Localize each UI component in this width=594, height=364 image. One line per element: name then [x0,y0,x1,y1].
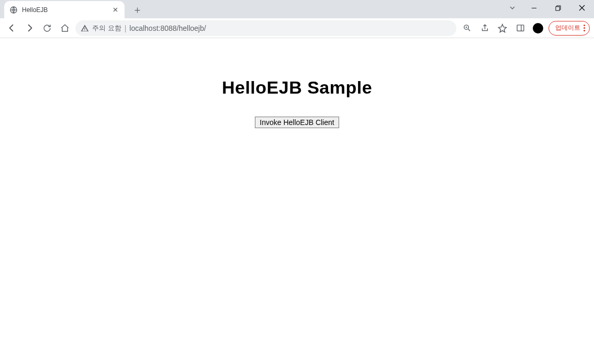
separator: | [125,24,127,32]
forward-button[interactable] [22,21,37,36]
security-label: 주의 요함 [92,24,121,33]
browser-tab[interactable]: HelloEJB [4,1,125,18]
page-heading: HelloEJB Sample [222,77,372,98]
browser-titlebar: HelloEJB [0,0,594,18]
minimize-button[interactable] [522,0,546,16]
menu-dots-icon [584,25,585,31]
bookmark-icon[interactable] [495,21,510,36]
zoom-icon[interactable] [459,21,474,36]
globe-icon [9,6,18,14]
update-label: 업데이트 [555,24,580,32]
warning-icon [81,24,89,32]
url-text: localhost:8088/helloejb/ [129,24,206,32]
new-tab-button[interactable] [130,3,144,17]
share-icon[interactable] [477,21,492,36]
svg-rect-1 [555,6,559,10]
tab-search-button[interactable] [503,0,522,16]
side-panel-icon[interactable] [513,21,528,36]
close-tab-button[interactable] [111,6,119,14]
profile-avatar[interactable] [531,21,545,36]
invoke-helloejb-button[interactable]: Invoke HelloEJB Client [255,117,339,128]
close-window-button[interactable] [570,0,594,16]
home-button[interactable] [58,21,72,36]
toolbar-right: 업데이트 [459,21,590,36]
update-button[interactable]: 업데이트 [548,21,590,36]
maximize-button[interactable] [546,0,570,16]
browser-toolbar: 주의 요함 | localhost:8088/helloejb/ [0,18,594,38]
window-controls [503,0,594,16]
tab-title: HelloEJB [22,6,107,14]
back-button[interactable] [4,21,19,36]
svg-rect-3 [517,25,524,31]
reload-button[interactable] [40,21,54,36]
address-bar[interactable]: 주의 요함 | localhost:8088/helloejb/ [75,20,456,36]
page-content: HelloEJB Sample Invoke HelloEJB Client [0,38,594,364]
